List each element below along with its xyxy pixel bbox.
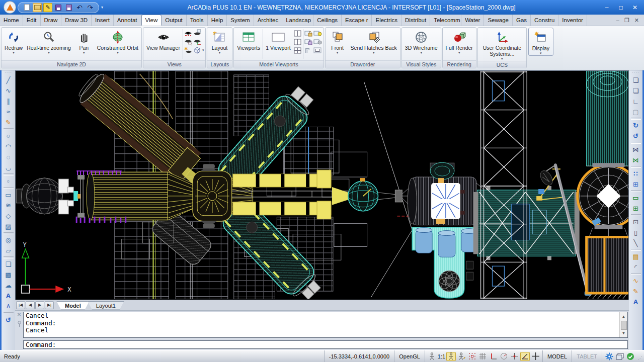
redraw-button[interactable]: Redraw▾ bbox=[3, 28, 25, 60]
viewport-off-icon[interactable] bbox=[313, 38, 322, 46]
hatch-fill-tool[interactable]: ▩ bbox=[3, 269, 15, 280]
tab-layout1[interactable]: Layout1 bbox=[88, 301, 124, 310]
copy-multiple-tool[interactable]: ❏ bbox=[630, 85, 642, 96]
named-view-icon[interactable] bbox=[184, 29, 193, 37]
menu-tab-annotat[interactable]: Annotat bbox=[114, 15, 141, 26]
menu-tab-home[interactable]: Home bbox=[0, 15, 23, 26]
trim-tool[interactable]: ╲ bbox=[630, 238, 642, 248]
explode-tool[interactable]: ⊞ bbox=[630, 203, 642, 214]
rectangle-tool[interactable]: ▭ bbox=[3, 190, 15, 200]
menu-tab-constru[interactable]: Constru bbox=[531, 15, 558, 26]
view-ucs-icon[interactable] bbox=[193, 38, 202, 46]
line-tool[interactable]: ╱ bbox=[3, 75, 15, 85]
polar-icon[interactable] bbox=[499, 352, 509, 361]
menu-tab-tools[interactable]: Tools bbox=[187, 15, 208, 26]
offset-tool[interactable]: ∟ bbox=[630, 96, 642, 107]
doc-restore-button[interactable]: ❐ bbox=[624, 17, 629, 24]
next-sheet-button[interactable]: ▶ bbox=[35, 301, 44, 309]
views-dropdown-arrow[interactable]: ▾ bbox=[202, 49, 204, 52]
close-button[interactable]: ✕ bbox=[628, 4, 642, 11]
menu-tab-edit[interactable]: Edit bbox=[23, 15, 41, 26]
tab-model[interactable]: Model bbox=[56, 301, 90, 310]
model-space-toggle[interactable]: MODEL bbox=[542, 350, 572, 362]
command-input[interactable]: Command: bbox=[23, 340, 628, 349]
box-3d-tool[interactable]: ⊡ bbox=[630, 217, 642, 227]
open-file-button[interactable] bbox=[33, 3, 42, 12]
region-tool[interactable]: ❏ bbox=[3, 259, 15, 269]
viewport-lock-icon[interactable] bbox=[304, 29, 313, 37]
osnap-icon[interactable] bbox=[510, 352, 519, 361]
ortho-icon[interactable] bbox=[489, 352, 498, 361]
arc-3pt-tool[interactable]: ◡ bbox=[3, 162, 15, 173]
coordinates-readout[interactable]: -15.3334,-0.6141,0.0000 bbox=[324, 350, 394, 362]
point-tool[interactable]: ▫ bbox=[3, 176, 15, 187]
spline-edit-tool[interactable]: ∿ bbox=[630, 276, 642, 286]
command-close-icon[interactable]: ✕ bbox=[17, 312, 21, 317]
status-check-icon[interactable] bbox=[625, 352, 635, 361]
donut-tool[interactable]: ◎ bbox=[3, 235, 15, 245]
menu-tab-sewage[interactable]: Sewage bbox=[484, 15, 513, 26]
new-view-icon[interactable]: ✱ bbox=[184, 46, 193, 54]
layout-button[interactable]: ✱ Layout▾ bbox=[208, 28, 230, 60]
cascade-windows-icon[interactable] bbox=[615, 352, 624, 361]
menu-tab-output[interactable]: Output bbox=[162, 15, 187, 26]
polygon-tool[interactable]: ◇ bbox=[3, 211, 15, 221]
scroll-down-icon[interactable]: ▼ bbox=[622, 330, 625, 337]
viewport-unlock-icon[interactable] bbox=[304, 38, 313, 46]
green-rectangle-tool[interactable]: ▭ bbox=[630, 193, 642, 203]
menu-tab-architec[interactable]: Architec bbox=[254, 15, 283, 26]
scroll-up-icon[interactable]: ▲ bbox=[622, 313, 625, 321]
command-scrollbar[interactable]: ▲ ▼ bbox=[619, 312, 627, 337]
array-path-tool[interactable]: ⊞ bbox=[630, 179, 642, 190]
menu-tab-water[interactable]: Water bbox=[461, 15, 484, 26]
crosshair-icon[interactable] bbox=[531, 352, 540, 361]
ucs-button[interactable]: User Coordinate Systems...▾ bbox=[479, 28, 525, 60]
scroll-thumb[interactable] bbox=[621, 321, 627, 330]
esnap-toggle-icon[interactable] bbox=[446, 352, 456, 361]
multiline-tool[interactable]: ≋ bbox=[3, 200, 15, 211]
menu-tab-electrics[interactable]: Electrics bbox=[372, 15, 401, 26]
menu-tab-escape-r[interactable]: Escape r bbox=[342, 15, 372, 26]
viewports-button[interactable]: Viewports bbox=[235, 28, 262, 60]
constrained-orbit-button[interactable]: Constrained Orbit▾ bbox=[95, 28, 140, 60]
save-button[interactable] bbox=[54, 3, 63, 12]
resize-grip[interactable]: ⋰ bbox=[637, 350, 644, 362]
redraw-tool[interactable]: ↺ bbox=[3, 315, 15, 325]
text-small-tool[interactable]: A bbox=[3, 301, 15, 312]
renderer-indicator[interactable]: OpenGL bbox=[394, 350, 425, 362]
drawing-viewport[interactable]: Y X bbox=[15, 70, 629, 300]
freehand-curve-tool[interactable]: ≈ bbox=[3, 107, 15, 117]
first-sheet-button[interactable]: |◀ bbox=[16, 301, 25, 309]
doc-close-button[interactable]: ✕ bbox=[634, 17, 639, 24]
menu-tab-view[interactable]: View bbox=[141, 15, 162, 26]
spline-tool[interactable]: ∿ bbox=[3, 85, 15, 96]
viewport-object-icon[interactable] bbox=[313, 46, 322, 54]
one-viewport-button[interactable]: 1 Viewport bbox=[264, 28, 292, 60]
parallel-lines-tool[interactable]: ∥ bbox=[3, 96, 15, 107]
menu-tab-gas[interactable]: Gas bbox=[513, 15, 531, 26]
send-hatches-back-button[interactable]: Send Hatches Back▾ bbox=[349, 28, 399, 60]
scale-tool[interactable]: ▯ bbox=[630, 227, 642, 238]
pan-button[interactable]: Pan▾ bbox=[73, 28, 95, 60]
copy-tool[interactable]: ❏ bbox=[630, 75, 642, 85]
menu-tab-distribut[interactable]: Distribut bbox=[401, 15, 430, 26]
realtime-zoom-button[interactable]: Real-time zooming▾ bbox=[25, 28, 73, 60]
viewport-split-4-icon[interactable] bbox=[293, 46, 302, 54]
display-button[interactable]: ✱ Display▾ bbox=[530, 29, 552, 55]
3d-wireframe-button[interactable]: 3D Wireframe▾ bbox=[403, 28, 440, 60]
view-cube-icon[interactable] bbox=[193, 46, 202, 54]
revision-cloud-tool[interactable]: ☁ bbox=[3, 280, 15, 291]
new-file-button[interactable] bbox=[22, 3, 31, 12]
view-window-icon[interactable] bbox=[193, 29, 202, 37]
scale-indicator[interactable]: 1:1 bbox=[438, 353, 445, 359]
view-zoom-icon[interactable] bbox=[184, 38, 193, 46]
undo-button[interactable]: ↶ bbox=[75, 3, 84, 12]
fillet-tool[interactable]: ◜ bbox=[630, 262, 642, 273]
arc-tool[interactable]: ◠ bbox=[3, 141, 15, 152]
command-history[interactable]: ▲ ▼ CancelCommand:Cancel bbox=[23, 312, 628, 338]
view-manager-button[interactable]: View Manager bbox=[144, 28, 182, 60]
redo-button[interactable]: ↷ bbox=[86, 3, 95, 12]
circle-tool[interactable]: ○ bbox=[3, 131, 15, 141]
rotate-ccw-tool[interactable]: ↺ bbox=[630, 131, 642, 141]
menu-tab-telecomm[interactable]: Telecomm bbox=[430, 15, 461, 26]
